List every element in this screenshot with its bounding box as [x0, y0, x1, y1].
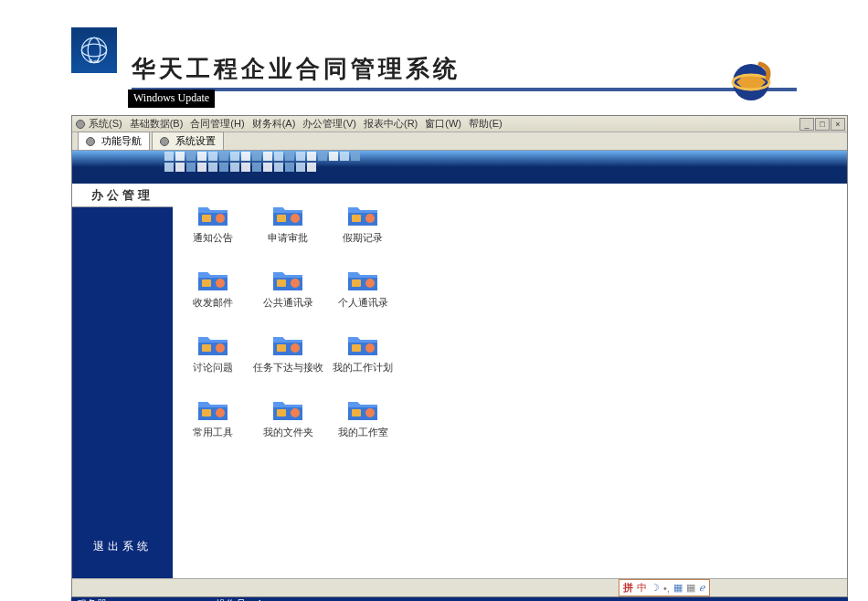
logo: Goto — [71, 27, 117, 73]
menu-contract[interactable]: 合同管理(H) — [190, 117, 244, 131]
app-icon[interactable]: 我的文件夹 — [253, 396, 323, 439]
menu-report[interactable]: 报表中心(R) — [364, 117, 418, 131]
svg-point-0 — [81, 44, 106, 57]
app-window: 系统(S) 基础数据(B) 合同管理(H) 财务科(A) 办公管理(V) 报表中… — [71, 115, 848, 597]
svg-point-13 — [216, 279, 225, 288]
menu-office[interactable]: 办公管理(V) — [302, 117, 356, 131]
status-operator: 操作员：4 — [210, 597, 267, 602]
status-server: 服务器：wpan — [71, 597, 146, 602]
gear-icon — [86, 137, 95, 146]
app-icon[interactable]: 讨论问题 — [178, 332, 248, 374]
statusbar: 服务器：wpan 操作员：4 — [71, 597, 848, 601]
svg-point-17 — [365, 279, 375, 288]
svg-rect-24 — [202, 409, 211, 416]
content-pane: 通知公告申请审批假期记录收发邮件公共通讯录个人通讯录讨论问题任务下达与接收我的工… — [173, 184, 847, 578]
sidebar-header[interactable]: 办公管理 — [72, 184, 173, 207]
app-icon[interactable]: 个人通讯录 — [328, 267, 397, 310]
svg-point-23 — [365, 343, 375, 353]
header-subtitle: Windows Update — [128, 90, 215, 108]
window-minimize-button[interactable]: _ — [799, 118, 814, 131]
menu-basedata[interactable]: 基础数据(B) — [130, 117, 184, 131]
app-icon-label: 个人通讯录 — [338, 296, 388, 310]
svg-rect-22 — [352, 344, 361, 352]
page-title: 华天工程企业合同管理系统 — [132, 53, 460, 85]
globe-icon — [725, 55, 777, 106]
app-icon-label: 申请审批 — [268, 231, 308, 245]
tab-function-nav[interactable]: 功能导航 — [78, 132, 150, 150]
app-icon-label: 收发邮件 — [193, 296, 233, 310]
app-icon-label: 讨论问题 — [193, 361, 233, 374]
window-close-button[interactable]: × — [831, 118, 845, 131]
folder-icon — [271, 267, 304, 292]
app-icon[interactable]: 假期记录 — [328, 202, 397, 245]
svg-point-25 — [216, 408, 225, 417]
svg-point-7 — [216, 214, 225, 223]
svg-rect-6 — [202, 215, 211, 222]
header-divider — [132, 88, 797, 91]
tabbar: 功能导航 系统设置 — [72, 132, 847, 151]
gear-icon — [160, 137, 169, 146]
folder-icon — [271, 332, 304, 357]
menu-help[interactable]: 帮助(E) — [469, 117, 503, 131]
tray: 拼 中 ☽ •, ▦ ▦ ℯ — [72, 578, 847, 596]
decorative-band — [72, 151, 847, 184]
svg-point-27 — [291, 408, 300, 417]
app-icon-label: 我的文件夹 — [263, 426, 313, 439]
app-icon-label: 我的工作计划 — [333, 361, 393, 374]
folder-icon — [196, 396, 229, 422]
app-icon-label: 任务下达与接收 — [253, 361, 323, 374]
app-icon-label: 常用工具 — [193, 426, 233, 439]
folder-icon — [346, 396, 379, 422]
menu-finance[interactable]: 财务科(A) — [252, 117, 296, 131]
svg-text:Goto: Goto — [89, 58, 99, 64]
folder-icon — [346, 267, 379, 292]
svg-point-19 — [216, 343, 225, 353]
tab-system-settings[interactable]: 系统设置 — [152, 132, 224, 150]
svg-rect-18 — [202, 344, 211, 352]
menubar: 系统(S) 基础数据(B) 合同管理(H) 财务科(A) 办公管理(V) 报表中… — [72, 116, 847, 132]
svg-point-21 — [291, 343, 300, 353]
app-icon[interactable]: 收发邮件 — [178, 267, 248, 310]
app-icon-label: 我的工作室 — [338, 426, 388, 439]
app-icon[interactable]: 公共通讯录 — [253, 267, 323, 310]
ime-tray[interactable]: 拼 中 ☽ •, ▦ ▦ ℯ — [619, 579, 710, 596]
svg-point-15 — [291, 279, 300, 288]
app-icon-label: 公共通讯录 — [263, 296, 313, 310]
app-icon-label: 假期记录 — [343, 231, 383, 245]
app-icon[interactable]: 申请审批 — [253, 202, 323, 245]
folder-icon — [196, 267, 229, 292]
svg-point-9 — [291, 214, 300, 223]
tab-label: 系统设置 — [175, 134, 216, 148]
gear-icon — [76, 120, 85, 129]
app-icon-label: 通知公告 — [193, 231, 233, 245]
folder-icon — [346, 202, 379, 227]
tab-label: 功能导航 — [101, 134, 142, 148]
page-header: Goto 华天工程企业合同管理系统 Windows Update — [0, 0, 868, 91]
sidebar: 办公管理 退出系统 — [72, 184, 173, 578]
svg-point-11 — [365, 214, 375, 223]
folder-icon — [196, 332, 229, 357]
icon-grid: 通知公告申请审批假期记录收发邮件公共通讯录个人通讯录讨论问题任务下达与接收我的工… — [178, 202, 842, 439]
folder-icon — [346, 332, 379, 357]
svg-rect-28 — [352, 409, 361, 416]
app-icon[interactable]: 我的工作室 — [328, 396, 397, 439]
svg-rect-20 — [277, 344, 286, 352]
window-restore-button[interactable]: □ — [815, 118, 830, 131]
folder-icon — [271, 202, 304, 227]
exit-system-button[interactable]: 退出系统 — [72, 528, 173, 578]
svg-rect-16 — [352, 279, 361, 287]
svg-rect-26 — [277, 409, 286, 416]
app-icon[interactable]: 任务下达与接收 — [253, 332, 323, 374]
svg-rect-12 — [202, 279, 211, 287]
menu-window[interactable]: 窗口(W) — [425, 117, 461, 131]
app-icon[interactable]: 我的工作计划 — [328, 332, 397, 374]
svg-rect-10 — [352, 215, 361, 222]
svg-point-29 — [365, 408, 375, 417]
svg-rect-14 — [277, 279, 286, 287]
menu-system[interactable]: 系统(S) — [89, 117, 122, 131]
app-icon[interactable]: 常用工具 — [178, 396, 248, 439]
folder-icon — [271, 396, 304, 422]
app-icon[interactable]: 通知公告 — [178, 202, 248, 245]
folder-icon — [196, 202, 229, 227]
workarea: 办公管理 退出系统 通知公告申请审批假期记录收发邮件公共通讯录个人通讯录讨论问题… — [72, 184, 847, 578]
